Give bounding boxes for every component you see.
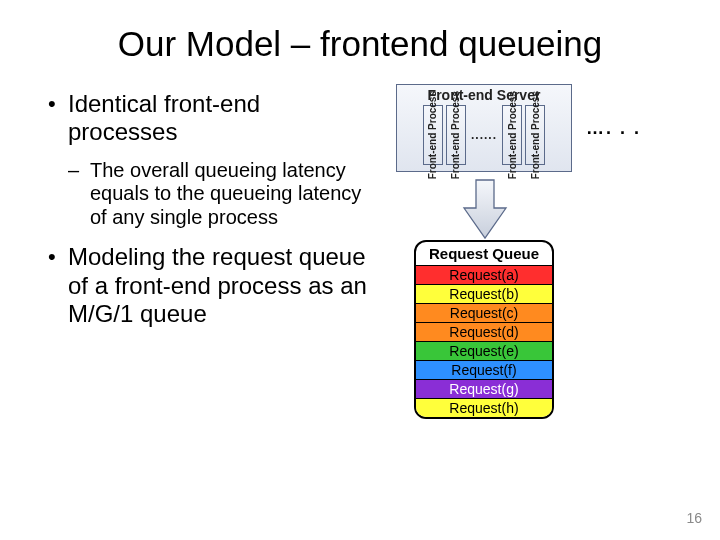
queue-row: Request(a): [416, 265, 552, 284]
sub-bullet-latency: The overall queueing latency equals to t…: [68, 159, 376, 230]
text-column: Identical front-end processes The overal…: [46, 90, 376, 342]
frontend-process-label: Front-end Process: [450, 91, 461, 179]
queue-row: Request(c): [416, 303, 552, 322]
frontend-server-box: Front-end Server Front-end Process Front…: [396, 84, 572, 172]
request-queue-box: Request Queue Request(a) Request(b) Requ…: [414, 240, 554, 419]
frontend-process-box: Front-end Process: [423, 105, 443, 165]
content-area: Identical front-end processes The overal…: [0, 64, 720, 342]
queue-row: Request(h): [416, 398, 552, 417]
frontend-process-box: Front-end Process: [502, 105, 522, 165]
queue-row: Request(f): [416, 360, 552, 379]
queue-row: Request(e): [416, 341, 552, 360]
process-ellipsis: ......: [469, 128, 499, 142]
diagram-column: Front-end Server Front-end Process Front…: [376, 90, 690, 342]
frontend-process-box: Front-end Process: [446, 105, 466, 165]
frontend-process-label: Front-end Process: [530, 91, 541, 179]
queue-row: Request(b): [416, 284, 552, 303]
queue-row: Request(d): [416, 322, 552, 341]
sub-bullet-text: The overall queueing latency equals to t…: [90, 159, 361, 228]
bullet-text: Modeling the request queue of a front-en…: [68, 243, 367, 327]
frontend-server-label: Front-end Server: [397, 85, 571, 105]
server-ellipsis: …. . .: [586, 118, 641, 139]
frontend-process-label: Front-end Process: [427, 91, 438, 179]
bullet-mg1-queue: Modeling the request queue of a front-en…: [46, 243, 376, 328]
frontend-process-label: Front-end Process: [507, 91, 518, 179]
arrow-down-icon: [462, 178, 508, 240]
page-number: 16: [686, 510, 702, 526]
request-queue-title: Request Queue: [416, 242, 552, 265]
bullet-identical-processes: Identical front-end processes The overal…: [46, 90, 376, 229]
bullet-text: Identical front-end processes: [68, 90, 260, 145]
frontend-processes-row: Front-end Process Front-end Process ....…: [397, 105, 571, 171]
slide-title: Our Model – frontend queueing: [0, 0, 720, 64]
frontend-process-box: Front-end Process: [525, 105, 545, 165]
queue-row: Request(g): [416, 379, 552, 398]
